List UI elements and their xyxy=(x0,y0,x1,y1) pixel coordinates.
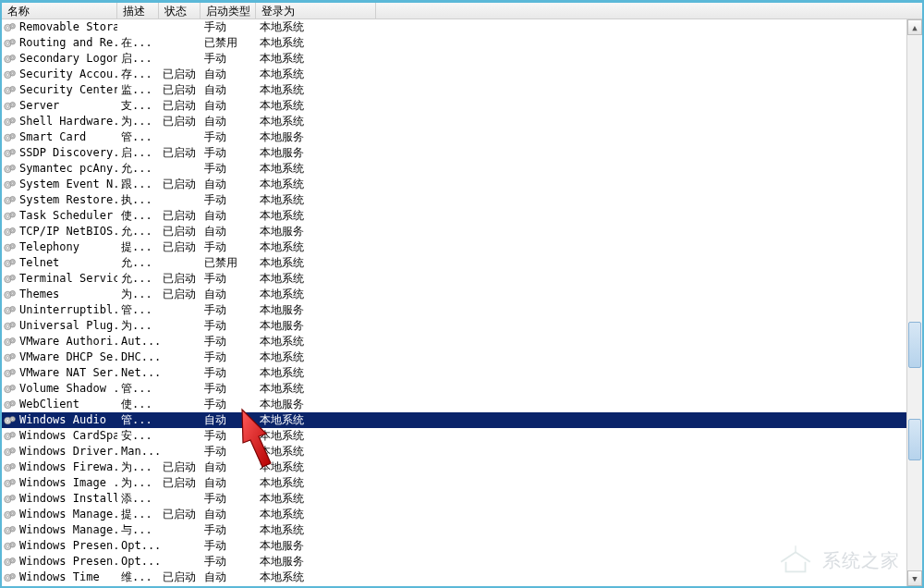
table-row[interactable]: Windows Firewa...为...已启动自动本地系统 xyxy=(2,459,922,475)
service-name-cell[interactable]: VMware Authori... xyxy=(2,334,117,349)
table-row[interactable]: Routing and Re...在...已禁用本地系统 xyxy=(2,35,922,51)
service-name-cell[interactable]: Security Accou... xyxy=(2,67,117,82)
table-row[interactable]: Server支...已启动自动本地系统 xyxy=(2,98,922,114)
service-name-cell[interactable]: Windows Time xyxy=(2,570,117,585)
table-row[interactable]: Windows Time维...已启动自动本地系统 xyxy=(2,570,922,585)
table-row[interactable]: Security Center监...已启动自动本地系统 xyxy=(2,82,922,98)
service-name-cell[interactable]: Volume Shadow ... xyxy=(2,381,117,397)
table-row[interactable]: SSDP Discovery...启...已启动手动本地服务 xyxy=(2,145,922,161)
table-row[interactable]: Secondary Logon启...手动本地系统 xyxy=(2,51,922,67)
vertical-scrollbar[interactable]: ▲ ▼ xyxy=(906,19,922,586)
scroll-up-arrow[interactable]: ▲ xyxy=(907,19,922,35)
service-name-cell[interactable]: Routing and Re... xyxy=(2,35,117,51)
service-startup-cell: 手动 xyxy=(201,318,256,334)
table-row[interactable]: Terminal Services允...已启动手动本地系统 xyxy=(2,271,922,287)
table-row[interactable]: Telnet允...已禁用本地系统 xyxy=(2,255,922,271)
service-name-cell[interactable]: Shell Hardware... xyxy=(2,114,117,129)
table-row[interactable]: Wired AutoConfig手动本地系统 xyxy=(2,585,922,586)
service-name-text: Windows Presen... xyxy=(19,554,117,570)
service-name-cell[interactable]: Universal Plug... xyxy=(2,318,117,334)
service-name-cell[interactable]: Windows Presen... xyxy=(2,554,117,570)
service-status-cell: 已启动 xyxy=(159,459,201,475)
service-gear-icon xyxy=(4,524,17,537)
service-name-cell[interactable]: Windows Manage... xyxy=(2,522,117,538)
svg-point-77 xyxy=(6,325,9,327)
service-name-cell[interactable]: SSDP Discovery... xyxy=(2,145,117,161)
service-name-cell[interactable]: VMware DHCP Se... xyxy=(2,349,117,365)
service-gear-icon xyxy=(4,288,17,301)
service-name-cell[interactable]: Windows Installer xyxy=(2,491,117,507)
table-row[interactable]: TCP/IP NetBIOS...允...已启动自动本地服务 xyxy=(2,224,922,239)
service-name-cell[interactable]: Wired AutoConfig xyxy=(2,585,117,586)
table-row[interactable]: Windows Manage...提...已启动自动本地系统 xyxy=(2,507,922,522)
table-row[interactable]: Windows Presen...Opt...手动本地服务 xyxy=(2,538,922,554)
scroll-down-arrow[interactable]: ▼ xyxy=(907,570,922,586)
column-header-desc[interactable]: 描述 xyxy=(117,3,159,18)
service-name-cell[interactable]: Security Center xyxy=(2,82,117,98)
service-name-cell[interactable]: Themes xyxy=(2,287,117,302)
table-row[interactable]: Windows CardSpace安...手动本地系统 xyxy=(2,428,922,444)
service-desc-cell: 为... xyxy=(117,459,159,475)
service-name-cell[interactable]: Telnet xyxy=(2,255,117,271)
service-name-cell[interactable]: Telephony xyxy=(2,239,117,255)
table-row[interactable]: Windows Driver...Man...手动本地系统 xyxy=(2,444,922,459)
table-row[interactable]: Volume Shadow ...管...手动本地系统 xyxy=(2,381,922,397)
service-gear-icon xyxy=(4,257,17,270)
service-name-cell[interactable]: Windows Manage... xyxy=(2,507,117,522)
table-row[interactable]: WebClient使...手动本地服务 xyxy=(2,397,922,412)
column-header-name[interactable]: 名称 xyxy=(2,3,117,18)
table-row[interactable]: Themes为...已启动自动本地系统 xyxy=(2,287,922,302)
service-name-cell[interactable]: Removable Storage xyxy=(2,19,117,35)
service-gear-icon xyxy=(4,508,17,521)
service-name-text: Uninterruptibl... xyxy=(19,302,117,318)
table-row[interactable]: Windows Presen...Opt...手动本地服务 xyxy=(2,554,922,570)
service-name-cell[interactable]: Windows Image ... xyxy=(2,475,117,491)
table-row[interactable]: System Restore...执...手动本地系统 xyxy=(2,192,922,208)
service-name-cell[interactable]: Secondary Logon xyxy=(2,51,117,67)
service-name-cell[interactable]: VMware NAT Ser... xyxy=(2,365,117,381)
table-row[interactable]: VMware NAT Ser...Net...手动本地系统 xyxy=(2,365,922,381)
service-name-cell[interactable]: Windows Firewa... xyxy=(2,459,117,475)
service-name-cell[interactable]: Terminal Services xyxy=(2,271,117,287)
service-name-cell[interactable]: Windows Driver... xyxy=(2,444,117,459)
service-name-cell[interactable]: Server xyxy=(2,98,117,114)
service-name-cell[interactable]: Symantec pcAny... xyxy=(2,161,117,177)
column-header-startup[interactable]: 启动类型 xyxy=(201,3,256,18)
scroll-thumb[interactable] xyxy=(908,419,921,460)
service-name-cell[interactable]: Windows Presen... xyxy=(2,538,117,554)
table-row[interactable]: Windows Image ...为...已启动自动本地系统 xyxy=(2,475,922,491)
table-row[interactable]: Telephony提...已启动手动本地系统 xyxy=(2,239,922,255)
table-row[interactable]: Removable Storage手动本地系统 xyxy=(2,19,922,35)
service-name-cell[interactable]: TCP/IP NetBIOS... xyxy=(2,224,117,239)
table-row[interactable]: Smart Card管...手动本地服务 xyxy=(2,129,922,145)
table-row[interactable]: Task Scheduler使...已启动自动本地系统 xyxy=(2,208,922,224)
table-row[interactable]: VMware DHCP Se...DHC...手动本地系统 xyxy=(2,349,922,365)
table-row[interactable]: Windows Manage...与...手动本地系统 xyxy=(2,522,922,538)
service-name-cell[interactable]: Smart Card xyxy=(2,129,117,145)
scroll-track[interactable] xyxy=(907,35,922,570)
services-listview[interactable]: 名称 描述 状态 启动类型 登录为 Removable Storage手动本地系… xyxy=(2,3,922,586)
table-row[interactable]: Shell Hardware...为...已启动自动本地系统 xyxy=(2,114,922,129)
table-row[interactable]: VMware Authori...Aut...手动本地系统 xyxy=(2,334,922,349)
service-name-cell[interactable]: Windows CardSpace xyxy=(2,428,117,444)
table-row[interactable]: Universal Plug...为...手动本地服务 xyxy=(2,318,922,334)
table-row[interactable]: Symantec pcAny...允...手动本地系统 xyxy=(2,161,922,177)
service-gear-icon xyxy=(4,210,17,223)
table-row[interactable]: Security Accou...存...已启动自动本地系统 xyxy=(2,67,922,82)
table-row[interactable]: System Event N...跟...已启动自动本地系统 xyxy=(2,177,922,192)
table-row[interactable]: Windows Installer添...手动本地系统 xyxy=(2,491,922,507)
scroll-thumb[interactable] xyxy=(908,322,921,368)
service-desc-cell: Opt... xyxy=(117,538,159,554)
service-logon-cell: 本地服务 xyxy=(256,554,376,570)
service-name-cell[interactable]: Windows Audio xyxy=(2,412,117,428)
column-header-status[interactable]: 状态 xyxy=(159,3,201,18)
svg-point-25 xyxy=(6,120,9,123)
column-header-logon[interactable]: 登录为 xyxy=(256,3,376,18)
service-name-cell[interactable]: Task Scheduler xyxy=(2,208,117,224)
service-name-cell[interactable]: System Restore... xyxy=(2,192,117,208)
service-name-cell[interactable]: System Event N... xyxy=(2,177,117,192)
table-row[interactable]: Windows Audio管...自动本地系统 xyxy=(2,412,922,428)
service-name-cell[interactable]: Uninterruptibl... xyxy=(2,302,117,318)
service-name-cell[interactable]: WebClient xyxy=(2,397,117,412)
table-row[interactable]: Uninterruptibl...管...手动本地服务 xyxy=(2,302,922,318)
